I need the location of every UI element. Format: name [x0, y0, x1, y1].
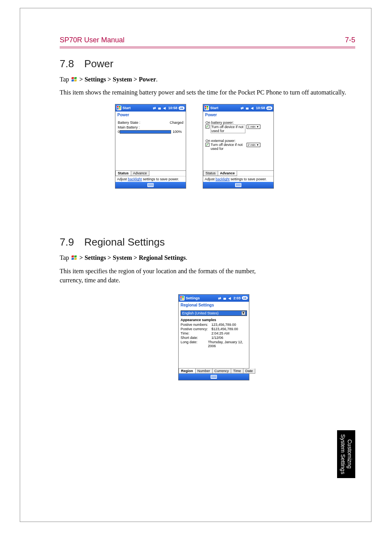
chevron-down-icon: ▼	[256, 125, 259, 128]
hint-text: Adjust backlight settings to save power.	[203, 176, 273, 182]
tab-advance[interactable]: Advance	[131, 171, 149, 176]
sample-label: Time:	[181, 331, 211, 335]
keyboard-icon[interactable]	[235, 183, 241, 187]
titlebar[interactable]: Settings 2:03 ok	[179, 295, 249, 302]
tab-status[interactable]: Status	[203, 171, 218, 176]
signal-icon[interactable]	[158, 106, 162, 110]
tab-region[interactable]: Region	[179, 369, 196, 374]
tap-suffix: .	[156, 76, 158, 83]
chapter-side-tab: Customizng System Settings	[337, 430, 355, 478]
section-heading-regional: 7.9 Regional Settings	[60, 236, 355, 248]
screenshot-power-advance: Start 10:58 ok Power On battery power: ✓…	[203, 104, 274, 189]
title-text: Settings	[186, 296, 218, 300]
backlight-link[interactable]: backlight	[216, 177, 230, 181]
region-dropdown[interactable]: English (United States) ▼	[181, 310, 247, 316]
battery-chk-label: Turn off device if not used for	[211, 125, 245, 133]
chevron-down-icon: ▼	[256, 144, 259, 146]
battery-state-value: Charged	[170, 121, 183, 125]
sample-label: Postive numbers:	[181, 323, 211, 327]
block-header: On battery power:	[205, 121, 271, 125]
start-flag-icon	[71, 255, 77, 261]
dropdown-value: 2 min	[248, 143, 256, 147]
manual-title: SP70R User Manual	[60, 36, 124, 44]
start-menu-icon[interactable]	[180, 296, 185, 301]
status-icons: 2:03 ok	[218, 296, 248, 300]
screen-content: On battery power: ✓ Turn off device if n…	[203, 119, 273, 170]
title-text: Start	[210, 106, 241, 110]
hint-pre: Adjust	[117, 177, 128, 181]
sync-icon[interactable]	[218, 296, 222, 300]
status-icons: 10:58 ok	[153, 106, 185, 110]
side-tab-text: Customizng System Settings	[340, 434, 353, 474]
tab-time[interactable]: Time	[231, 369, 243, 374]
sound-icon[interactable]	[251, 106, 255, 110]
page-number: 7-5	[345, 36, 355, 44]
tab-advance[interactable]: Advance	[218, 171, 237, 176]
battery-checkbox[interactable]: ✓	[205, 125, 209, 129]
sample-value: $123,456,789.00	[211, 327, 238, 331]
tab-date[interactable]: Date	[243, 369, 255, 374]
sample-value: Thursday, January 12, 2006	[208, 340, 247, 348]
tap-prefix: Tap	[60, 76, 71, 83]
tabs: Status Advance	[203, 170, 273, 176]
clock: 2:03	[234, 296, 241, 300]
start-flag-icon	[71, 77, 77, 82]
keyboard-icon[interactable]	[211, 375, 217, 379]
external-timeout-dropdown[interactable]: 2 min ▼	[247, 143, 260, 147]
screenshot-wrapper: Settings 2:03 ok Regional Settings Engli…	[178, 294, 355, 380]
external-checkbox[interactable]: ✓	[205, 143, 209, 147]
screenshots-row: Start 10:58 ok Power Battery State : Cha…	[115, 104, 355, 189]
tap-suffix: .	[186, 254, 187, 261]
screen-subtitle: Regional Settings	[179, 302, 249, 309]
nav-path: > Settings > System > Power	[79, 76, 156, 83]
sound-icon[interactable]	[163, 106, 167, 110]
keyboard-icon[interactable]	[147, 183, 154, 187]
ok-button[interactable]: ok	[242, 296, 248, 300]
sample-label: Short date:	[181, 336, 211, 340]
samples-list: Postive numbers:123,456,789.00 Postive c…	[179, 323, 249, 348]
sync-icon[interactable]	[153, 106, 157, 110]
title-text: Start	[122, 106, 153, 110]
dropdown-value: 1 min	[248, 125, 256, 129]
signal-icon[interactable]	[246, 106, 250, 110]
status-icons: 10:58 ok	[241, 106, 272, 110]
hint-text: Adjust backlight settings to save power.	[115, 176, 186, 182]
tabs: Status Advance	[115, 170, 186, 176]
ok-button[interactable]: ok	[179, 106, 185, 110]
tab-number[interactable]: Number	[195, 369, 213, 374]
titlebar[interactable]: Start 10:58 ok	[203, 104, 273, 112]
tap-prefix: Tap	[60, 254, 71, 261]
hint-pre: Adjust	[205, 177, 216, 181]
titlebar[interactable]: Start 10:58 ok	[115, 104, 186, 112]
description-regional: This item specifies the region of your l…	[60, 267, 265, 285]
sound-icon[interactable]	[228, 296, 232, 300]
chevron-down-icon: ▼	[241, 311, 245, 315]
screenshot-power-status: Start 10:58 ok Power Battery State : Cha…	[115, 104, 186, 189]
start-menu-icon[interactable]	[204, 106, 209, 110]
nav-path: > Settings > System > Regional Settings	[79, 254, 186, 261]
soft-key-bar	[179, 374, 249, 380]
header-rule	[60, 47, 355, 48]
screen-subtitle: Power	[203, 112, 273, 119]
external-power-block: On external power: ✓ Turn off device if …	[205, 139, 271, 151]
clock: 10:58	[168, 106, 177, 110]
section-heading-power: 7.8 Power	[60, 58, 355, 70]
block-header: On external power:	[205, 139, 271, 143]
hint-post: settings to save power.	[142, 177, 179, 181]
clock: 10:58	[256, 106, 265, 110]
sync-icon[interactable]	[241, 106, 245, 110]
backlight-link[interactable]: backlight	[128, 177, 142, 181]
tab-status[interactable]: Status	[115, 171, 131, 176]
soft-key-bar	[115, 182, 186, 188]
tabs: Region Number Currency Time Date	[179, 368, 249, 374]
ok-button[interactable]: ok	[266, 106, 272, 110]
start-menu-icon[interactable]	[117, 106, 121, 110]
battery-timeout-dropdown[interactable]: 1 min ▼	[247, 125, 260, 129]
samples-header: Appearance samples	[179, 318, 249, 323]
tab-currency[interactable]: Currency	[212, 369, 232, 374]
soft-key-bar	[203, 182, 273, 188]
instruction-power: Tap > Settings > System > Power.	[60, 75, 355, 84]
screen-content: Battery State : Charged Main Battery : 0…	[115, 119, 186, 170]
region-value: English (United States)	[182, 311, 219, 315]
signal-icon[interactable]	[223, 296, 227, 300]
